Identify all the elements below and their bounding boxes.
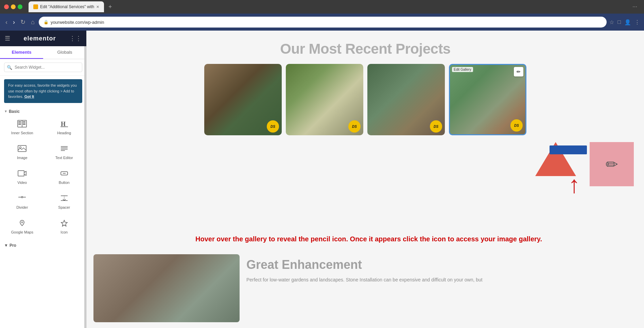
tab-elements[interactable]: Elements — [0, 46, 43, 59]
search-icon: 🔍 — [7, 65, 12, 70]
page-content: Our Most Recent Projects DS DS DS Edit G… — [87, 31, 644, 328]
enhancement-text: Great Enhancement Perfect for low-water … — [246, 254, 637, 283]
lock-icon: 🔒 — [43, 20, 49, 24]
bookmark-star[interactable]: ☆ — [609, 19, 614, 25]
widgets-grid: Inner Section H Heading — [0, 115, 86, 239]
minimize-button[interactable] — [11, 4, 16, 9]
section-label-text: Basic — [9, 109, 20, 114]
svg-marker-26 — [61, 220, 67, 226]
svg-rect-2 — [18, 121, 21, 122]
svg-point-11 — [20, 146, 21, 148]
widget-image[interactable]: Image — [1, 140, 43, 165]
svg-rect-16 — [18, 171, 24, 176]
active-tab[interactable]: Edit "Additional Services" with ✕ — [29, 1, 104, 12]
button-icon — [59, 170, 69, 178]
close-button[interactable] — [4, 4, 9, 9]
google-maps-icon — [17, 219, 27, 228]
sidebar-header: ☰ elementor ⋮⋮ — [0, 31, 86, 46]
instruction-panel: ✏ ↑ Hover over the gallery to reveal the… — [100, 142, 637, 247]
canvas-area: Our Most Recent Projects DS DS DS Edit G… — [87, 31, 644, 328]
tab-favicon — [33, 4, 38, 9]
widget-text-editor[interactable]: Text Editor — [43, 140, 85, 165]
widget-heading[interactable]: H Heading — [43, 115, 85, 140]
more-options[interactable]: ⋮ — [634, 19, 640, 25]
browser-titlebar: Edit "Additional Services" with ✕ + ⋯ — [0, 0, 644, 14]
widget-label-button: Button — [59, 180, 70, 185]
inner-section-icon — [17, 120, 27, 129]
basic-section-label[interactable]: ▼ Basic — [0, 106, 86, 115]
widget-label-image: Image — [17, 156, 28, 160]
gallery-row: DS DS DS Edit Gallery ✏ DS — [87, 64, 644, 142]
widget-google-maps[interactable]: Google Maps — [1, 214, 43, 239]
widget-spacer[interactable]: Spacer — [43, 190, 85, 214]
extensions-icon[interactable]: □ — [617, 19, 621, 25]
window-controls: ⋯ — [632, 4, 640, 10]
hamburger-icon[interactable]: ☰ — [5, 35, 10, 42]
heading-icon: H — [59, 120, 69, 129]
svg-rect-7 — [23, 124, 25, 125]
pro-section-arrow: ▼ — [4, 243, 8, 248]
widget-label-icon: Icon — [60, 230, 68, 234]
image-icon — [17, 145, 27, 154]
address-bar[interactable]: 🔒 yourwebsite.com/wp-admin — [39, 17, 607, 28]
browser-toolbar: ‹ › ↻ ⌂ 🔒 yourwebsite.com/wp-admin ☆ □ 👤… — [0, 14, 644, 31]
tab-close-button[interactable]: ✕ — [96, 5, 99, 9]
svg-rect-3 — [18, 123, 21, 123]
text-editor-icon — [59, 145, 69, 154]
enhancement-description: Perfect for low-water gardens and landsc… — [246, 276, 637, 283]
red-arrow-up: ↑ — [568, 173, 580, 196]
widget-inner-section[interactable]: Inner Section — [1, 115, 43, 140]
widget-divider[interactable]: Divider — [1, 190, 43, 214]
svg-rect-4 — [18, 124, 21, 125]
edit-gallery-label: Edit Gallery — [452, 67, 473, 72]
section-arrow: ▼ — [4, 109, 7, 113]
profile-icon[interactable]: 👤 — [624, 19, 631, 25]
home-button[interactable]: ⌂ — [30, 18, 36, 27]
main-layout: ☰ elementor ⋮⋮ Elements Globals 🔍 For ea… — [0, 31, 644, 328]
svg-text:H: H — [61, 121, 66, 127]
got-it-button[interactable]: Got It — [24, 94, 34, 99]
maximize-button[interactable] — [18, 4, 22, 9]
gallery-image-4[interactable]: Edit Gallery ✏ DS — [449, 64, 526, 135]
widget-icon[interactable]: Icon — [43, 214, 85, 239]
enhancement-row: Great Enhancement Perfect for low-water … — [93, 254, 637, 322]
svg-rect-6 — [23, 123, 25, 123]
back-button[interactable]: ‹ — [4, 18, 9, 27]
grid-icon[interactable]: ⋮⋮ — [69, 35, 82, 42]
browser-toolbar-right: ☆ □ 👤 ⋮ — [609, 19, 640, 25]
ds-badge-1: DS — [267, 120, 279, 133]
arrow-visual: ✏ ↑ — [100, 142, 637, 230]
widget-label-divider: Divider — [16, 205, 28, 209]
forward-button[interactable]: › — [12, 18, 16, 27]
sidebar-resize-handle[interactable] — [84, 46, 86, 328]
sidebar-tabs: Elements Globals — [0, 46, 86, 59]
browser-chrome: Edit "Additional Services" with ✕ + ⋯ ‹ … — [0, 0, 644, 31]
widget-video[interactable]: Video — [1, 165, 43, 189]
pro-section-label[interactable]: ▼ Pro — [0, 240, 86, 249]
ds-badge-3: DS — [430, 120, 442, 133]
gallery-image-3[interactable]: DS — [367, 64, 445, 135]
tab-globals[interactable]: Globals — [43, 46, 86, 59]
video-icon — [17, 170, 27, 178]
pencil-edit-button[interactable]: ✏ — [514, 67, 523, 76]
new-tab-button[interactable]: + — [105, 2, 115, 12]
spacer-icon — [59, 194, 69, 203]
hint-text: For easy access, favorite the widgets yo… — [8, 83, 77, 99]
svg-point-25 — [21, 222, 23, 223]
search-input[interactable] — [4, 63, 82, 72]
tab-title: Edit "Additional Services" with — [40, 4, 94, 9]
widget-label-google-maps: Google Maps — [11, 230, 33, 234]
widget-label-inner-section: Inner Section — [11, 131, 33, 135]
search-wrapper: 🔍 — [4, 63, 82, 72]
reload-button[interactable]: ↻ — [19, 18, 27, 27]
gallery-section-title: Our Most Recent Projects — [87, 31, 644, 64]
blue-bar — [550, 145, 587, 154]
svg-point-20 — [21, 196, 23, 198]
gallery-image-1[interactable]: DS — [204, 64, 282, 135]
gallery-image-2[interactable]: DS — [286, 64, 363, 135]
widget-button[interactable]: Button — [43, 165, 85, 189]
search-container: 🔍 — [0, 59, 86, 76]
traffic-lights — [4, 4, 22, 9]
pencil-icon-large: ✏ — [606, 156, 618, 173]
widget-label-heading: Heading — [57, 131, 71, 135]
